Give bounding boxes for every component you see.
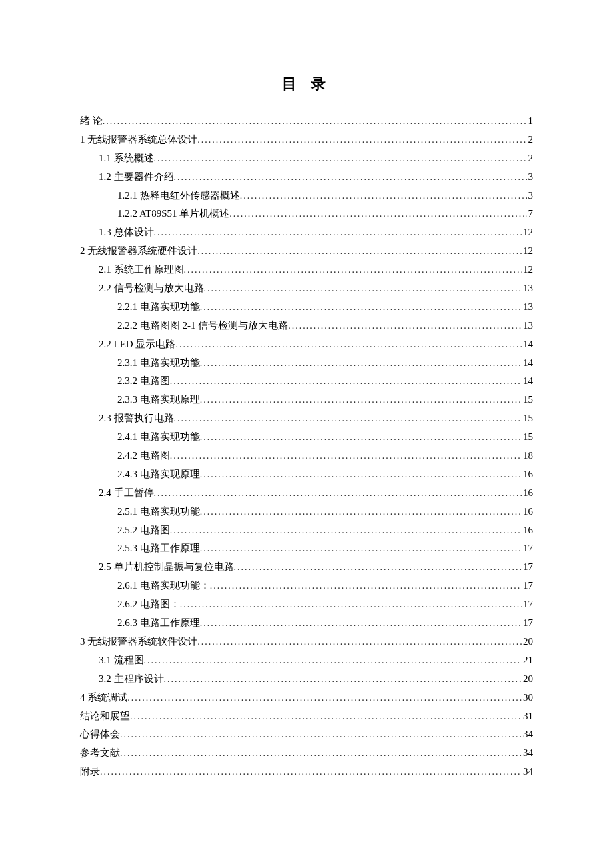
toc-entry-label: 1.2 主要器件介绍 [99, 169, 174, 185]
toc-entry: 3.1 流程图21 [99, 652, 533, 668]
toc-entry-label: 1 无线报警器系统总体设计 [80, 131, 197, 147]
toc-entry-page: 18 [522, 447, 533, 463]
toc-dots [154, 151, 527, 166]
toc-dots [234, 560, 522, 575]
toc-entry-label: 2.4.2 电路图 [117, 447, 170, 463]
toc-entry-label: 2.6.2 电路图： [117, 596, 180, 612]
toc-entry-label: 4 系统调试 [80, 689, 127, 705]
toc-entry-label: 2.3.3 电路实现原理 [117, 391, 200, 407]
toc-entry: 2.3.3 电路实现原理 15 [117, 391, 533, 407]
toc-dots [197, 244, 522, 259]
toc-dots [120, 746, 522, 761]
toc-entry: 2.4.3 电路实现原理 16 [117, 466, 533, 482]
toc-entry: 1 无线报警器系统总体设计2 [80, 131, 533, 147]
toc-entry-label: 3 无线报警器系统软件设计 [80, 633, 197, 649]
toc-dots [154, 225, 522, 240]
toc-dots [204, 281, 522, 296]
toc-entry-label: 2.5.1 电路实现功能 [117, 503, 200, 519]
toc-dots [184, 263, 522, 277]
toc-entry: 2.5.1 电路实现功能 16 [117, 503, 533, 519]
toc-dots [164, 672, 522, 687]
toc-entry: 1.3 总体设计 12 [99, 224, 533, 240]
toc-entry-label: 结论和展望 [80, 708, 130, 724]
toc-entry: 心得体会34 [80, 726, 533, 742]
toc-dots [288, 319, 522, 333]
toc-entry-page: 16 [522, 466, 533, 482]
toc-entry-page: 17 [522, 559, 533, 575]
toc-entry-page: 30 [522, 689, 533, 705]
toc-entry-page: 34 [522, 763, 533, 779]
toc-entry-label: 3.2 主程序设计 [99, 671, 164, 687]
toc-entry: 2.5.3 电路工作原理 17 [117, 540, 533, 556]
toc-entry: 2.2 信号检测与放大电路 13 [99, 280, 533, 296]
toc-entry: 1.2.1 热释电红外传感器概述 3 [117, 187, 533, 203]
toc-entry-page: 31 [522, 708, 533, 724]
toc-entry-label: 参考文献 [80, 745, 120, 761]
toc-entry: 2.6.2 电路图： 17 [117, 596, 533, 612]
toc-entry-page: 15 [522, 429, 533, 445]
toc-entry: 2.6.1 电路实现功能： 17 [117, 577, 533, 593]
toc-entry-page: 14 [522, 355, 533, 371]
toc-entry-page: 15 [522, 410, 533, 426]
toc-entry: 2.2 LED 显示电路14 [99, 336, 533, 352]
toc-entry: 2.6.3 电路工作原理 17 [117, 615, 533, 631]
toc-entry: 4 系统调试30 [80, 689, 533, 705]
toc-entry-page: 1 [527, 113, 534, 129]
toc-entry-page: 20 [522, 633, 533, 649]
toc-entry-label: 1.1 系统概述 [99, 150, 154, 166]
toc-dots [120, 727, 522, 742]
toc-dots [229, 207, 526, 221]
toc-entry-page: 12 [522, 243, 533, 259]
toc-entry: 2.4.1 电路实现功能 15 [117, 429, 533, 445]
toc-dots [170, 374, 522, 389]
toc-entry-label: 2.2 LED 显示电路 [99, 336, 175, 352]
toc-entry-label: 附录 [80, 763, 100, 779]
toc-dots [174, 170, 527, 185]
toc-entry: 2.5.2 电路图 16 [117, 522, 533, 538]
toc-entry-label: 2.1 系统工作原理图 [99, 261, 184, 277]
toc-entry: 2.3 报警执行电路 15 [99, 410, 533, 426]
top-divider [80, 47, 533, 47]
toc-dots [200, 505, 522, 519]
toc-entry-label: 2.6.3 电路工作原理 [117, 615, 200, 631]
toc-entry: 2.4 手工暂停16 [99, 485, 533, 501]
toc-dots [197, 635, 522, 649]
toc-dots [200, 616, 522, 631]
toc-dots [100, 765, 522, 779]
toc-entry-page: 17 [522, 615, 533, 631]
toc-dots [210, 579, 522, 593]
toc-entry: 2.3.1 电路实现功能 14 [117, 355, 533, 371]
toc-entry-label: 2.2.2 电路图图 2-1 信号检测与放大电路 [117, 317, 288, 333]
toc-entry: 2.3.2 电路图 14 [117, 373, 533, 389]
toc-entry-label: 1.2.2 AT89S51 单片机概述 [117, 205, 229, 221]
toc-entry-label: 心得体会 [80, 726, 120, 742]
toc-dots [127, 691, 522, 705]
toc-entry: 绪 论1 [80, 113, 533, 129]
toc-entry-label: 2.6.1 电路实现功能： [117, 577, 210, 593]
toc-entry: 1.2.2 AT89S51 单片机概述7 [117, 205, 533, 221]
toc-entry: 2.2.2 电路图图 2-1 信号检测与放大电路 13 [117, 317, 533, 333]
toc-entry-page: 17 [522, 577, 533, 593]
toc-dots [170, 523, 522, 538]
toc-entry: 2.5 单片机控制晶振与复位电路17 [99, 559, 533, 575]
toc-entry-page: 34 [522, 726, 533, 742]
toc-entry-label: 2.5.2 电路图 [117, 522, 170, 538]
toc-entry-page: 13 [522, 299, 533, 315]
toc-dots [103, 114, 527, 129]
toc-entry-label: 2 无线报警器系统硬件设计 [80, 243, 197, 259]
toc-entry-page: 17 [522, 596, 533, 612]
toc-entry-page: 34 [522, 745, 533, 761]
toc-entry-label: 1.3 总体设计 [99, 224, 154, 240]
toc-entry-label: 2.5.3 电路工作原理 [117, 540, 200, 556]
toc-dots [144, 653, 522, 668]
toc-dots [240, 189, 527, 203]
toc-title: 目 录 [80, 74, 533, 94]
toc-entry: 1.1 系统概述 2 [99, 150, 533, 166]
toc-dots [130, 709, 522, 724]
toc-dots [200, 356, 522, 371]
toc-entry-page: 3 [527, 169, 534, 185]
toc-dots [200, 300, 522, 315]
toc-entry-label: 3.1 流程图 [99, 652, 144, 668]
toc-entry-page: 13 [522, 317, 533, 333]
toc-entry: 结论和展望31 [80, 708, 533, 724]
